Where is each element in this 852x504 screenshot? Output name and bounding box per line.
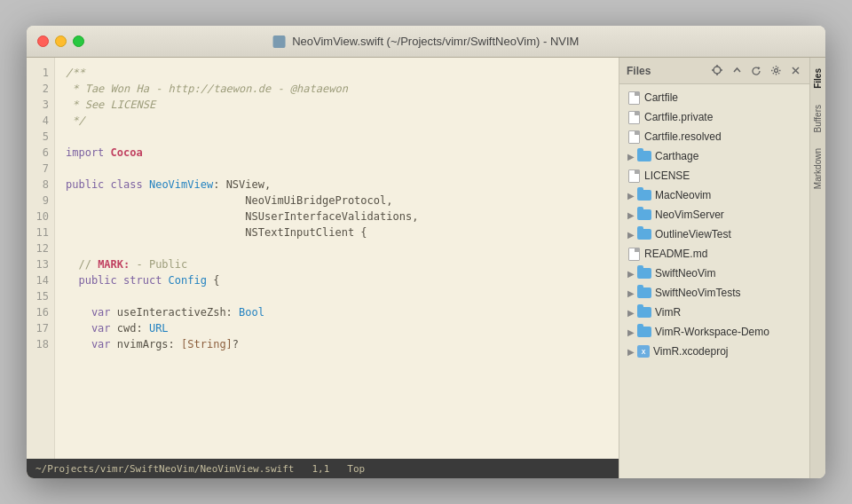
line-num-8: 8	[27, 177, 54, 193]
list-item[interactable]: ▶ SwiftNeoVimTests	[619, 283, 809, 303]
refresh-icon[interactable]	[749, 64, 763, 78]
content-area: 1 2 3 4 5 6 7 8 9 10 11 12 13 14 15 16 1	[27, 58, 825, 478]
file-doc-icon	[627, 110, 641, 124]
line-num-10: 10	[27, 209, 54, 224]
statusbar-position: 1,1	[312, 463, 329, 475]
folder-icon	[637, 190, 651, 201]
folder-arrow-icon: ▶	[627, 152, 635, 161]
svg-point-0	[714, 67, 721, 74]
line-num-17: 17	[27, 320, 54, 336]
folder-icon	[637, 327, 651, 337]
sidebar-header-icons	[710, 64, 802, 78]
list-item[interactable]: ▶ VimR-Workspace-Demo	[619, 322, 809, 342]
titlebar: NeoVimView.swift (~/Projects/vimr/SwiftN…	[27, 26, 825, 58]
line-num-13: 13	[27, 256, 54, 272]
code-line-6: import Cocoa	[66, 145, 608, 161]
code-line-9: NeoVimUiBridgeProtocol,	[66, 193, 608, 209]
line-num-4: 4	[27, 113, 54, 129]
line-num-3: 3	[27, 97, 54, 113]
code-line-4: */	[66, 113, 608, 129]
line-num-12: 12	[27, 240, 54, 256]
list-item[interactable]: ▶ X VimR.xcodeproj	[619, 342, 809, 361]
list-item[interactable]: ▶ VimR	[619, 303, 809, 322]
sidebar-title: Files	[627, 65, 703, 77]
list-item[interactable]: ▶ SwiftNeoVim	[619, 264, 809, 283]
file-doc-icon	[627, 169, 641, 183]
code-line-10: NSUserInterfaceValidations,	[66, 209, 608, 224]
list-item[interactable]: README.md	[619, 244, 809, 264]
minimize-button[interactable]	[55, 35, 67, 47]
code-container: 1 2 3 4 5 6 7 8 9 10 11 12 13 14 15 16 1	[27, 58, 619, 459]
code-line-12	[66, 240, 608, 256]
tab-markdown[interactable]: Markdown	[811, 141, 824, 196]
up-icon[interactable]	[730, 64, 744, 78]
files-sidebar: Files	[619, 58, 809, 478]
line-num-2: 2	[27, 81, 54, 97]
maximize-button[interactable]	[73, 35, 84, 47]
file-doc-icon	[627, 247, 641, 261]
code-line-14: public struct Config {	[66, 272, 608, 288]
line-num-9: 9	[27, 193, 54, 209]
list-item[interactable]: ▶ Carthage	[619, 146, 809, 166]
file-doc-icon	[627, 91, 641, 105]
statusbar: ~/Projects/vimr/SwiftNeoVim/NeoVimView.s…	[27, 459, 619, 478]
code-line-17: var cwd: URL	[66, 320, 608, 336]
code-line-2: * Tae Won Ha - http://taewon.de - @hatae…	[66, 81, 608, 97]
folder-arrow-icon: ▶	[627, 191, 635, 200]
folder-arrow-icon: ▶	[627, 210, 635, 219]
line-num-11: 11	[27, 224, 54, 240]
code-line-8: public class NeoVimView: NSView,	[66, 177, 608, 193]
line-num-14: 14	[27, 272, 54, 288]
window-title: NeoVimView.swift (~/Projects/vimr/SwiftN…	[273, 35, 580, 49]
line-num-1: 1	[27, 65, 54, 81]
code-content[interactable]: /** * Tae Won Ha - http://taewon.de - @h…	[55, 58, 619, 459]
tab-buffers[interactable]: Buffers	[811, 98, 824, 140]
titlebar-file-icon	[273, 35, 286, 48]
gear-icon[interactable]	[769, 64, 783, 78]
code-line-15	[66, 288, 608, 304]
folder-arrow-icon: ▶	[627, 327, 635, 336]
svg-point-5	[774, 69, 777, 73]
line-num-16: 16	[27, 304, 54, 320]
code-line-7	[66, 161, 608, 177]
statusbar-scroll: Top	[347, 463, 365, 475]
list-item[interactable]: Cartfile.resolved	[619, 127, 809, 146]
tab-files[interactable]: Files	[811, 61, 824, 96]
folder-icon	[637, 287, 651, 298]
code-line-18: var nvimArgs: [String]?	[66, 336, 608, 352]
list-item[interactable]: ▶ MacNeovim	[619, 185, 809, 205]
list-item[interactable]: Cartfile	[619, 88, 809, 107]
list-item[interactable]: LICENSE	[619, 166, 809, 185]
close-button[interactable]	[37, 35, 49, 47]
folder-arrow-icon: ▶	[627, 347, 635, 356]
close-sidebar-icon[interactable]	[788, 64, 802, 78]
list-item[interactable]: ▶ NeoVimServer	[619, 205, 809, 224]
locate-icon[interactable]	[710, 64, 724, 78]
code-line-13: // MARK: - Public	[66, 256, 608, 272]
code-line-3: * See LICENSE	[66, 97, 608, 113]
line-num-5: 5	[27, 129, 54, 145]
traffic-lights	[37, 35, 84, 47]
sidebar-header: Files	[619, 58, 809, 84]
statusbar-path: ~/Projects/vimr/SwiftNeoVim/NeoVimView.s…	[36, 463, 294, 475]
main-window: NeoVimView.swift (~/Projects/vimr/SwiftN…	[27, 26, 825, 478]
xcodeproj-icon: X	[637, 345, 650, 358]
code-line-11: NSTextInputClient {	[66, 224, 608, 240]
list-item[interactable]: ▶ OutlineViewTest	[619, 224, 809, 244]
folder-icon	[637, 229, 651, 240]
folder-icon	[637, 151, 651, 161]
line-num-6: 6	[27, 145, 54, 161]
folder-icon	[637, 209, 651, 220]
folder-icon	[637, 307, 651, 318]
line-num-7: 7	[27, 161, 54, 177]
line-numbers: 1 2 3 4 5 6 7 8 9 10 11 12 13 14 15 16 1	[27, 58, 55, 459]
list-item[interactable]: Cartfile.private	[619, 107, 809, 127]
sidebar-tabs: Files Buffers Markdown	[809, 58, 825, 478]
code-line-16: var useInteractiveZsh: Bool	[66, 304, 608, 320]
line-num-18: 18	[27, 336, 54, 352]
code-line-1: /**	[66, 65, 608, 81]
folder-icon	[637, 268, 651, 279]
code-line-5	[66, 129, 608, 145]
file-list: Cartfile Cartfile.private Cartfile.resol…	[619, 84, 809, 478]
folder-arrow-icon: ▶	[627, 288, 635, 297]
